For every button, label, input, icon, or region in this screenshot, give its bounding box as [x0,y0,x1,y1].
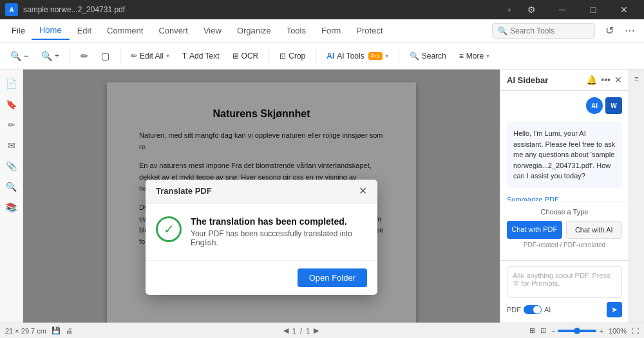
edit-icon: ✏ [131,52,137,61]
zoom-slider[interactable] [558,330,596,332]
bottom-bar-left: 21 × 29.7 cm 💾 🖨 [5,326,73,335]
rect-btn[interactable]: ▢ [96,48,115,64]
toolbar: 🔍 − 🔍 + ✏ ▢ ✏ Edit All ▾ T Add Text ⊞ OC… [0,42,644,70]
pdf-toggle-label: PDF [507,306,521,314]
separator-3 [269,48,269,64]
zoom-controls: − + [551,327,603,335]
tab-tools[interactable]: Tools [279,22,314,39]
zoom-thumb [574,328,580,334]
send-btn[interactable]: ➤ [607,302,622,317]
fullscreen-icon[interactable]: ⛶ [632,327,639,335]
edit-all-btn[interactable]: ✏ Edit All ▾ [126,48,175,64]
print-icon[interactable]: 🖨 [66,327,73,335]
app-icon: A [5,3,18,16]
zoom-out-btn[interactable]: 🔍 − [5,48,33,64]
search-btn[interactable]: 🔍 Search [404,48,451,64]
zoom-in-btn[interactable]: 🔍 + [36,48,64,64]
tab-convert[interactable]: Convert [151,22,196,39]
window-controls: ⚙ ─ □ ✕ [516,0,639,19]
search-tools-input[interactable]: 🔍 Search Tools [492,23,595,39]
refresh-btn[interactable]: ↺ [600,22,618,40]
tab-organize[interactable]: Organize [229,22,279,39]
main-layout: 📄 🔖 ✏ ✉ 📎 🔍 📚 Naturens Skjønnhet Naturen… [0,70,644,323]
close-btn[interactable]: ✕ [609,0,639,19]
crop-btn[interactable]: ⊡ Crop [274,48,310,64]
zoom-out-bottom[interactable]: − [551,327,555,335]
more-icon[interactable]: ••• [601,75,611,85]
chat-placeholder: Ask anything about PDF. Press '#' for Pr… [513,272,611,287]
search-placeholder: Search Tools [510,26,554,35]
modal-overlay: Translate PDF ✕ ✓ The translation has be… [107,82,416,323]
bell-icon[interactable]: 🔔 [586,75,597,85]
modal-close-btn[interactable]: ✕ [359,186,367,196]
modal-body: ✓ The translation has been completed. Yo… [146,203,377,260]
ai-toggle-label: AI [544,306,551,314]
maximize-btn[interactable]: □ [578,0,608,19]
layers-icon[interactable]: 📚 [3,198,21,216]
add-text-btn[interactable]: T Add Text [177,48,225,64]
prev-page-btn[interactable]: ◀ [283,326,289,335]
fit-icon[interactable]: ⊡ [540,326,546,335]
summarize-link[interactable]: Summarize PDF [507,196,622,202]
chat-input-bottom: PDF AI ➤ [507,302,622,317]
tab-home[interactable]: Home [32,21,70,40]
save-icon[interactable]: 💾 [52,326,61,335]
crop-label: Crop [289,52,305,61]
separator-5 [399,48,399,64]
email-icon[interactable]: ✉ [3,136,21,155]
sidebar-close-icon[interactable]: ✕ [614,75,622,85]
more-btn[interactable]: ≡ More ▾ [454,48,495,64]
tab-form[interactable]: Form [314,22,348,39]
ai-icon: AI [327,52,334,61]
search-label: Search [422,52,446,61]
ocr-btn[interactable]: ⊞ OCR [227,48,264,64]
success-icon: ✓ [156,216,182,242]
tab-view[interactable]: View [196,22,229,39]
tab-comment[interactable]: Comment [99,22,151,39]
word-icon: W [605,97,622,114]
bookmarks-icon[interactable]: 🔖 [3,95,21,113]
next-page-btn[interactable]: ▶ [314,326,319,335]
pdf-area: Naturens Skjønnhet Naturen, med sitt man… [23,70,500,323]
ai-message-text: Hello, I'm Lumi, your AI assistant. Plea… [513,129,615,180]
chat-input-area: Ask anything about PDF. Press '#' for Pr… [500,260,629,323]
left-iconbar: 📄 🔖 ✏ ✉ 📎 🔍 📚 [0,70,23,323]
ai-tools-label: AI Tools [337,52,364,61]
bottom-bar-right: ⊞ ⊡ − + 100% ⛶ [529,326,639,335]
zoom-in-bottom[interactable]: + [599,327,603,335]
toggle-switch[interactable] [524,305,542,314]
window-title: sample norwe...2_204731.pdf [23,5,507,14]
chat-input-box[interactable]: Ask anything about PDF. Press '#' for Pr… [507,266,622,298]
minimize-btn[interactable]: ─ [547,0,577,19]
open-folder-btn[interactable]: Open Folder [298,268,367,287]
ai-chat-area: AI W Hello, I'm Lumi, your AI assistant.… [500,91,629,201]
view-icon[interactable]: ⊞ [529,326,535,335]
pages-icon[interactable]: 📄 [3,75,21,93]
file-menu[interactable]: File [5,23,32,38]
mini-panel-icon[interactable]: ≡ [630,72,643,85]
more-options-btn[interactable]: ⋯ [621,22,639,40]
more-icon: ≡ [459,52,464,61]
tab-protect[interactable]: Protect [348,22,390,39]
settings-btn[interactable]: ⚙ [516,0,546,19]
zoom-in-icon: 🔍 [41,51,52,61]
translate-modal: Translate PDF ✕ ✓ The translation has be… [146,180,377,295]
highlight-btn[interactable]: ✏ [75,48,93,64]
toggle-knob [533,306,541,314]
more-label: More [466,52,484,61]
ai-tools-btn[interactable]: AI AI Tools Pro ▾ [321,48,393,64]
attachments-icon[interactable]: 📎 [3,157,21,175]
ocr-icon: ⊞ [232,52,239,61]
edit-all-label: Edit All [140,52,164,61]
success-submessage: Your PDF has been successfully translate… [191,229,367,247]
ocr-label: OCR [242,52,259,61]
chat-with-pdf-btn[interactable]: Chat with PDF [507,221,562,239]
ai-sidebar: AI Sidebar 🔔 ••• ✕ AI W Hello, I'm Lumi,… [500,70,629,323]
highlight-icon: ✏ [80,51,88,61]
zoom-in-icon2: + [55,52,59,61]
chat-with-ai-btn[interactable]: Chat with AI [566,221,623,239]
comments-icon[interactable]: ✏ [3,116,21,134]
search-icon-left[interactable]: 🔍 [3,178,21,196]
tab-edit[interactable]: Edit [70,22,99,39]
page-separator: / [300,327,302,335]
